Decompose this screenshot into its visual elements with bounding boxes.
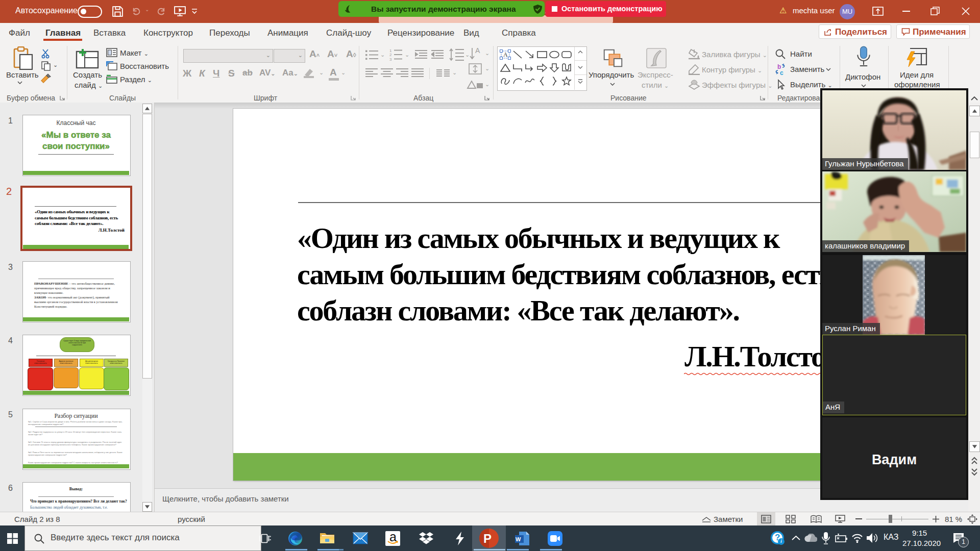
svg-text:A: A bbox=[475, 46, 480, 55]
svg-text:W: W bbox=[516, 536, 521, 542]
svg-text:c: c bbox=[780, 69, 783, 76]
svg-text:3: 3 bbox=[389, 57, 392, 61]
svg-text:A: A bbox=[503, 51, 508, 58]
svg-text:2: 2 bbox=[389, 53, 392, 57]
